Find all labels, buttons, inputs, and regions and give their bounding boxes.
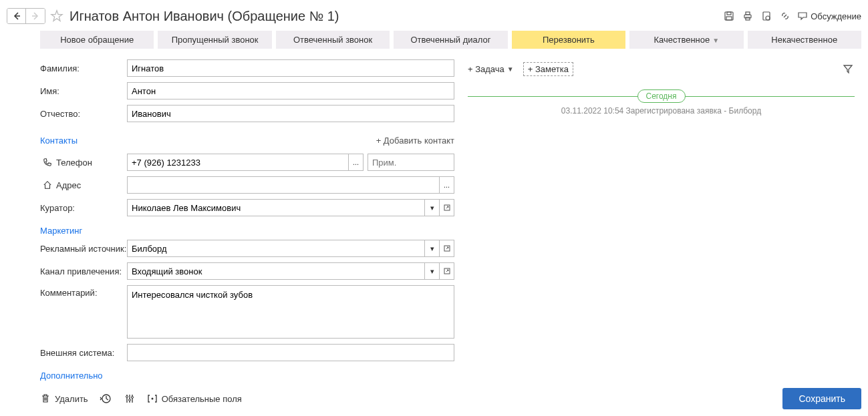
- address-label: Адрес: [56, 180, 81, 190]
- add-note-label: + Заметка: [528, 64, 569, 74]
- lastname-input[interactable]: [127, 59, 454, 77]
- phone-note-input[interactable]: [368, 154, 454, 171]
- tab-callback[interactable]: Перезвонить: [512, 31, 625, 49]
- chevron-down-icon: ▼: [507, 65, 514, 73]
- timeline-today-badge: Сегодня: [637, 89, 686, 103]
- filter-icon[interactable]: [843, 63, 855, 75]
- svg-point-14: [131, 397, 133, 399]
- tab-answered-dialog[interactable]: Отвеченный диалог: [394, 31, 507, 49]
- lastname-label: Фамилия:: [40, 63, 127, 73]
- chat-icon: [797, 11, 808, 21]
- chevron-down-icon: ▼: [712, 37, 719, 44]
- trash-icon: [40, 393, 51, 404]
- svg-rect-2: [726, 17, 732, 20]
- channel-label: Канал привлечения:: [40, 266, 127, 276]
- add-task-link[interactable]: + Задача ▼: [468, 64, 514, 74]
- tab-answered-call[interactable]: Отвеченный звонок: [276, 31, 390, 49]
- svg-point-7: [766, 16, 770, 20]
- curator-open-button[interactable]: [439, 200, 454, 216]
- tab-missed-call[interactable]: Пропущенный звонок: [158, 31, 271, 49]
- timeline-entry: 03.11.2022 10:54 Зарегистрирована заявка…: [468, 106, 855, 116]
- delete-label: Удалить: [55, 394, 88, 404]
- channel-dropdown-button[interactable]: ▾: [424, 263, 439, 279]
- patronymic-input[interactable]: [127, 105, 454, 122]
- svg-point-15: [151, 398, 153, 400]
- tab-quality[interactable]: Качественное▼: [629, 31, 743, 49]
- history-icon[interactable]: [99, 392, 112, 405]
- phone-more-button[interactable]: ...: [348, 154, 363, 170]
- comment-label: Комментарий:: [40, 285, 127, 298]
- phone-input[interactable]: [128, 154, 348, 170]
- patronymic-label: Отчество:: [40, 109, 127, 119]
- required-fields-button[interactable]: Обязательные поля: [147, 393, 242, 404]
- page-title: Игнатов Антон Иванович (Обращение № 1): [69, 9, 718, 24]
- phone-label: Телефон: [56, 158, 92, 168]
- tab-label: Качественное: [654, 35, 710, 45]
- tab-label: Пропущенный звонок: [172, 35, 259, 45]
- firstname-input[interactable]: [127, 82, 454, 99]
- tab-non-quality[interactable]: Некачественное: [748, 31, 861, 49]
- ad-source-open-button[interactable]: [439, 240, 454, 256]
- nav-back-forward-group: [7, 8, 45, 24]
- svg-point-12: [126, 396, 128, 398]
- print-icon[interactable]: [741, 9, 754, 23]
- back-button[interactable]: [7, 9, 26, 23]
- contacts-section-link[interactable]: Контакты: [40, 132, 78, 150]
- external-system-input[interactable]: [127, 344, 454, 361]
- delete-button[interactable]: Удалить: [40, 393, 88, 404]
- channel-input[interactable]: [128, 263, 424, 279]
- settings-icon[interactable]: [123, 392, 136, 405]
- tab-label: Некачественное: [771, 35, 837, 45]
- ad-source-input[interactable]: [128, 240, 424, 256]
- comment-textarea[interactable]: [127, 285, 454, 339]
- channel-open-button[interactable]: [439, 263, 454, 279]
- firstname-label: Имя:: [40, 86, 127, 96]
- link-icon[interactable]: [778, 9, 792, 23]
- marketing-section-link[interactable]: Маркетинг: [40, 222, 454, 240]
- add-contact-link[interactable]: + Добавить контакт: [376, 136, 454, 146]
- home-icon: [43, 180, 52, 190]
- report-icon[interactable]: [760, 9, 773, 23]
- curator-input[interactable]: [128, 200, 424, 216]
- tab-label: Отвеченный диалог: [410, 35, 490, 45]
- phone-icon: [43, 158, 52, 167]
- additional-section-link[interactable]: Дополнительно: [40, 367, 454, 385]
- ad-source-dropdown-button[interactable]: ▾: [424, 240, 439, 256]
- required-fields-label: Обязательные поля: [162, 394, 242, 404]
- curator-dropdown-button[interactable]: ▾: [424, 200, 439, 216]
- discussion-link[interactable]: Обсуждение: [797, 11, 861, 21]
- svg-rect-4: [746, 12, 750, 15]
- tab-label: Перезвонить: [543, 35, 595, 45]
- curator-label: Куратор:: [40, 203, 127, 213]
- favorite-star-icon[interactable]: [49, 9, 64, 23]
- timeline: Сегодня 03.11.2022 10:54 Зарегистрирован…: [468, 96, 855, 116]
- status-tabs: Новое обращение Пропущенный звонок Отвеч…: [7, 31, 861, 49]
- save-button[interactable]: Сохранить: [782, 388, 861, 409]
- discussion-label: Обсуждение: [811, 11, 861, 21]
- forward-button[interactable]: [26, 9, 45, 23]
- brackets-icon: [147, 393, 158, 404]
- ad-source-label: Рекламный источник:: [40, 244, 127, 254]
- add-task-label: + Задача: [468, 64, 504, 74]
- tab-label: Новое обращение: [60, 35, 134, 45]
- add-note-link[interactable]: + Заметка: [523, 62, 573, 76]
- address-input[interactable]: [128, 177, 439, 193]
- tab-label: Отвеченный звонок: [293, 35, 372, 45]
- tab-new-request[interactable]: Новое обращение: [40, 31, 154, 49]
- svg-rect-1: [727, 12, 731, 15]
- address-more-button[interactable]: ...: [439, 177, 454, 193]
- svg-point-13: [128, 399, 130, 401]
- external-system-label: Внешняя система:: [40, 348, 127, 358]
- save-icon[interactable]: [722, 9, 736, 23]
